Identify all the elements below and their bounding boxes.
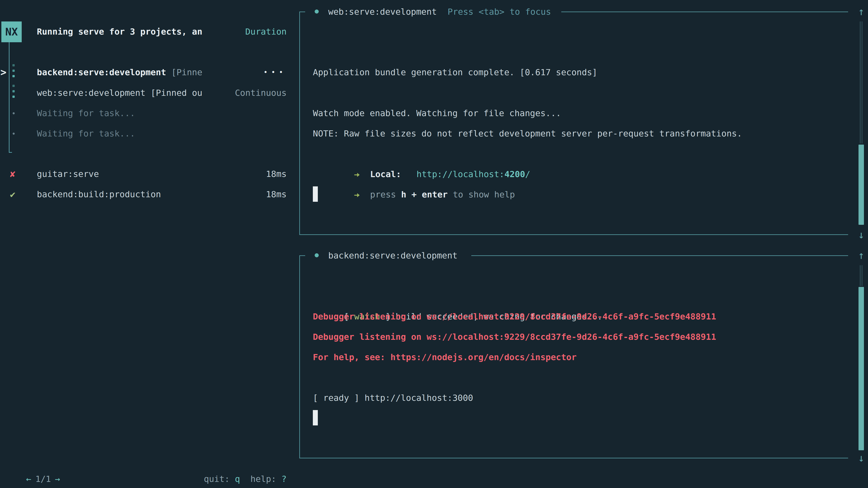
next-page-arrow-icon[interactable]: → (55, 474, 60, 484)
help-pre: press (370, 190, 401, 199)
scroll-down-icon[interactable]: ↓ (856, 448, 867, 468)
log-line-watch-succeeded: [ watch ] build succeeded, watching for … (313, 286, 602, 306)
help-hint-label: help: (250, 474, 281, 484)
scroll-up-icon[interactable]: ↑ (856, 1, 867, 22)
nx-tui-screen: NX Running serve for 3 projects, an Dura… (0, 0, 868, 488)
focused-row-caret-icon: > (0, 62, 10, 83)
prev-page-arrow-icon[interactable]: ← (26, 474, 31, 484)
duration-column-header: Duration (245, 22, 287, 42)
task-row-web-serve[interactable]: web:serve:development [Pinned ou Continu… (37, 83, 287, 103)
task-list-title: Running serve for 3 projects, an (37, 22, 202, 42)
scrollbar-track[interactable] (860, 265, 861, 286)
help-keys: h + enter (401, 190, 448, 199)
panel-border-top-line (471, 255, 848, 256)
log-line-watch-mode: Watch mode enabled. Watching for file ch… (313, 103, 561, 123)
task-row-waiting-2[interactable]: Waiting for task... (37, 123, 287, 144)
task-rail-line (9, 42, 9, 153)
panel-border-left (299, 255, 300, 458)
quit-hint-label: quit: (204, 474, 235, 484)
scrollbar-thumb[interactable] (859, 287, 864, 450)
task-name: guitar:serve (37, 164, 99, 184)
log-line-help-hint: press h + enter to show help (313, 164, 515, 184)
panel-title: backend:serve:development (328, 246, 458, 266)
help-post: to show help (447, 190, 515, 199)
task-duration: 18ms (266, 164, 287, 184)
task-name: Waiting for task... (37, 103, 135, 123)
task-row-backend-build[interactable]: backend:build:production 18ms (37, 184, 287, 204)
scrollbar-thumb[interactable] (859, 144, 864, 225)
arrow-right-icon (354, 192, 361, 199)
scrollbar-track[interactable] (862, 265, 862, 286)
panel-border-top-line (561, 11, 848, 12)
log-line-local-url: Local:http://localhost:4200/ (313, 144, 530, 164)
waiting-bullet-icon (13, 133, 15, 135)
task-duration: 18ms (266, 184, 287, 204)
panel-status-dot-icon (315, 253, 319, 257)
terminal-cursor (313, 186, 318, 202)
log-line-debugger-2: Debugger listening on ws://localhost:922… (313, 327, 716, 347)
panel-border-top-stub (299, 11, 305, 12)
success-check-icon: ✔ (10, 184, 21, 204)
panel-border-left (299, 11, 300, 235)
panel-border-top-stub (299, 255, 305, 256)
task-rail-foot (9, 152, 12, 153)
help-key: ? (281, 474, 287, 484)
waiting-bullet-icon (13, 112, 15, 114)
log-line-note: NOTE: Raw file sizes do not reflect deve… (313, 123, 742, 144)
page-indicator: 1/1 (35, 474, 51, 484)
panel-title: web:serve:development (328, 2, 437, 22)
scroll-up-icon[interactable]: ↑ (856, 245, 867, 265)
scrollbar-track[interactable] (860, 22, 861, 143)
focus-hint: Press <tab> to focus (447, 2, 551, 22)
log-line-bundle-complete: Application bundle generation complete. … (313, 62, 597, 83)
terminal-cursor (313, 410, 318, 425)
key-hints: quit: qhelp: ? (183, 449, 287, 469)
task-name: web:serve:development [Pinned ou (37, 83, 202, 103)
task-row-backend-serve[interactable]: backend:serve:development [Pinne ••• (37, 62, 287, 83)
quit-key: q (235, 474, 240, 484)
nx-logo: NX (1, 22, 22, 42)
task-row-waiting-1[interactable]: Waiting for task... (37, 103, 287, 123)
log-line-inspector-help: For help, see: https://nodejs.org/en/doc… (313, 347, 577, 367)
task-duration: Continuous (235, 83, 287, 103)
scroll-down-icon[interactable]: ↓ (856, 225, 867, 245)
task-name: backend:serve:development [Pinne (37, 62, 202, 83)
running-ellipsis-icon: ••• (264, 62, 287, 83)
panel-border-bottom (299, 234, 848, 235)
panel-status-dot-icon (315, 9, 319, 13)
task-name: backend:build:production (37, 184, 161, 204)
scrollbar-track[interactable] (862, 22, 862, 143)
task-name: Waiting for task... (37, 123, 135, 144)
task-row-guitar-serve[interactable]: guitar:serve 18ms (37, 164, 287, 184)
log-line-debugger-1: Debugger listening on ws://localhost:922… (313, 306, 716, 327)
failed-cross-icon: ✘ (10, 164, 21, 184)
pagination[interactable]: ←1/1→ (5, 449, 60, 469)
panel-border-bottom (299, 458, 848, 458)
log-line-ready: [ ready ] http://localhost:3000 (313, 388, 473, 408)
